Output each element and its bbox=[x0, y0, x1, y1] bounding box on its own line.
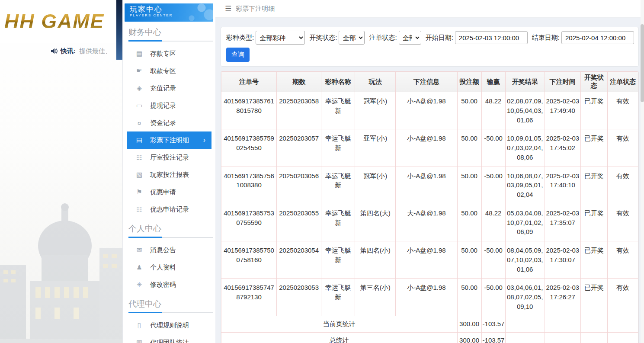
bell-icon: ✉ bbox=[135, 246, 143, 254]
cell-draw-result: 10,09,01,05,07,03,02,04,08,06 bbox=[505, 129, 545, 167]
table-header-row: 注单号 期数 彩种名称 玩法 下注信息 投注额 输赢 开奖结果 下注时间 开奖状… bbox=[221, 72, 638, 92]
cell-draw-result: 08,04,05,09,07,10,02,03,01,06 bbox=[505, 241, 545, 279]
cell-order-no: 401569173857618015780 bbox=[221, 92, 277, 129]
sidebar-item-label: 提现记录 bbox=[150, 102, 176, 110]
vertical-scrollbar bbox=[641, 0, 644, 343]
cell-play-type: 第三名(小) bbox=[355, 279, 396, 316]
cell-bet-info: 小-A盘@1.98 bbox=[396, 167, 457, 204]
total-summary-winloss: -103.57 bbox=[481, 332, 505, 343]
cell-lottery-name: 幸运飞艇新 bbox=[321, 204, 355, 241]
draw-status-label: 开奖状态: bbox=[309, 34, 337, 42]
cell-period: 20250203053 bbox=[277, 279, 321, 316]
sidebar-item-personal-profile[interactable]: ♟个人资料 bbox=[122, 259, 215, 276]
sidebar-item-label: 玩家投注报表 bbox=[150, 171, 189, 179]
sidebar-item-player-bet-report[interactable]: ▧玩家投注报表 bbox=[122, 166, 215, 183]
cell-lottery-name: 幸运飞艇新 bbox=[321, 167, 355, 204]
cell-bet-info: 小-A盘@1.98 bbox=[396, 241, 457, 279]
sidebar-item-agent-team-stats[interactable]: ▥代理团队统计 bbox=[122, 334, 215, 343]
cell-order-no: 401569173857561008380 bbox=[221, 167, 277, 204]
scrollbar-thumb[interactable] bbox=[641, 24, 644, 102]
cell-draw-status: 已开奖 bbox=[580, 204, 607, 241]
sidebar-item-deposit-zone[interactable]: ▤存款专区 bbox=[122, 45, 215, 62]
lottery-type-select[interactable]: 全部彩种 bbox=[256, 31, 305, 45]
col-order-no: 注单号 bbox=[221, 72, 277, 92]
wallet-icon: ▭ bbox=[135, 102, 143, 109]
bet-status-select[interactable]: 全部 bbox=[399, 31, 421, 45]
cell-play-type: 冠军(小) bbox=[355, 92, 396, 129]
cell-lottery-name: 幸运飞艇新 bbox=[321, 92, 355, 129]
search-button[interactable]: 查询 bbox=[226, 48, 250, 62]
col-play-type: 玩法 bbox=[355, 72, 396, 92]
cell-bet-info: 小-A盘@1.98 bbox=[396, 129, 457, 167]
sidebar-item-promo-apply[interactable]: ⚑优惠申请 bbox=[122, 183, 215, 201]
table-row: 40156917385750075816020250203054幸运飞艇新第四名… bbox=[221, 241, 638, 279]
players-center-title: 玩家中心 bbox=[130, 5, 213, 13]
document-icon: ▯ bbox=[135, 321, 143, 329]
cell-win-loss: 48.22 bbox=[481, 204, 505, 241]
cell-bet-amount: 50.00 bbox=[457, 279, 481, 316]
promo-flag-icon: ⚑ bbox=[135, 188, 143, 196]
bet-detail-table: 注单号 期数 彩种名称 玩法 下注信息 投注额 输赢 开奖结果 下注时间 开奖状… bbox=[221, 71, 638, 343]
players-center-subtitle: PLAYERS CENTER bbox=[130, 13, 213, 17]
funds-icon: ¤ bbox=[135, 119, 143, 127]
cell-draw-status: 已开奖 bbox=[580, 241, 607, 279]
promo-record-icon: ☷ bbox=[135, 205, 143, 213]
cell-lottery-name: 幸运飞艇新 bbox=[321, 129, 355, 167]
menu-toggle-icon[interactable]: ☰ bbox=[225, 4, 231, 13]
cell-draw-result: 03,04,06,01,08,07,02,05,09,10 bbox=[505, 279, 545, 316]
sidebar-item-recharge-record[interactable]: ◈充值记录 bbox=[122, 80, 215, 97]
total-summary-label: 总统计 bbox=[221, 332, 458, 343]
sidebar-item-agent-rules[interactable]: ▯代理规则说明 bbox=[122, 317, 215, 334]
col-lottery-name: 彩种名称 bbox=[321, 72, 355, 92]
sidebar-item-promo-apply-record[interactable]: ☷优惠申请记录 bbox=[122, 201, 215, 218]
table-row: 40156917385753075559020250203055幸运飞艇新第四名… bbox=[221, 204, 638, 241]
sidebar-item-label: 优惠申请 bbox=[150, 188, 176, 196]
sidebar-item-hall-bet-record[interactable]: ☷厅室投注记录 bbox=[122, 149, 215, 166]
cell-play-type: 亚军(小) bbox=[355, 129, 396, 167]
col-period: 期数 bbox=[277, 72, 321, 92]
cell-bet-info: 小-A盘@1.98 bbox=[396, 279, 457, 316]
cell-bet-info: 大-A盘@1.98 bbox=[396, 204, 457, 241]
cell-win-loss: -50.00 bbox=[481, 279, 505, 316]
cell-bet-time: 2025-02-03 17:35:07 bbox=[545, 204, 580, 241]
sidebar-item-change-password[interactable]: ✳修改密码 bbox=[122, 276, 215, 293]
cell-bet-amount: 50.00 bbox=[457, 241, 481, 279]
cell-period: 20250203055 bbox=[277, 204, 321, 241]
sidebar-item-withdraw-record[interactable]: ▭提现记录 bbox=[122, 97, 215, 114]
cell-bet-status: 有效 bbox=[607, 167, 638, 204]
bet-status-label: 注单状态: bbox=[369, 34, 397, 42]
cell-draw-status: 已开奖 bbox=[580, 279, 607, 316]
table-row: 40156917385759025455020250203057幸运飞艇新亚军(… bbox=[221, 129, 638, 167]
cell-draw-result: 10,06,08,07,03,09,05,01,02,04 bbox=[505, 167, 545, 204]
cell-bet-status: 有效 bbox=[607, 204, 638, 241]
section-underline bbox=[128, 312, 213, 313]
draw-status-select[interactable]: 全部 bbox=[339, 31, 365, 45]
cell-lottery-name: 幸运飞艇新 bbox=[321, 279, 355, 316]
sidebar-item-lottery-bet-detail[interactable]: ▤彩票下注明细› bbox=[127, 131, 211, 149]
section-underline bbox=[128, 41, 213, 42]
cell-play-type: 第四名(大) bbox=[355, 204, 396, 241]
sidebar-item-label: 个人资料 bbox=[150, 263, 176, 272]
sidebar-item-funds-record[interactable]: ¤资金记录 bbox=[122, 114, 215, 131]
sidebar-item-label: 代理规则说明 bbox=[150, 321, 189, 330]
cell-win-loss: -50.00 bbox=[481, 241, 505, 279]
table-row: 40156917385747879213020250203053幸运飞艇新第三名… bbox=[221, 279, 638, 316]
cell-lottery-name: 幸运飞艇新 bbox=[321, 241, 355, 279]
cell-bet-status: 有效 bbox=[607, 129, 638, 167]
end-date-input[interactable] bbox=[561, 31, 634, 44]
cell-order-no: 401569173857478792130 bbox=[221, 279, 277, 316]
start-date-input[interactable] bbox=[455, 31, 528, 44]
sidebar-item-label: 资金记录 bbox=[150, 119, 176, 127]
col-draw-status: 开奖状态 bbox=[580, 72, 607, 92]
cell-draw-result: 05,03,04,08,10,07,01,02,06,09 bbox=[505, 204, 545, 241]
page-summary-amount: 300.00 bbox=[457, 316, 481, 332]
sidebar-item-message-announcement[interactable]: ✉消息公告 bbox=[122, 241, 215, 259]
start-date-label: 开始日期: bbox=[426, 34, 453, 42]
page-summary-winloss: -103.57 bbox=[481, 316, 505, 332]
cell-bet-time: 2025-02-03 17:26:27 bbox=[545, 279, 580, 316]
sidebar-section-title: 财务中心 bbox=[122, 22, 215, 41]
sidebar: 玩家中心 PLAYERS CENTER 财务中心▤存款专区☛取款专区◈充值记录▭… bbox=[122, 0, 215, 343]
sidebar-item-label: 修改密码 bbox=[150, 281, 176, 289]
sidebar-item-withdraw-zone[interactable]: ☛取款专区 bbox=[122, 62, 215, 80]
cell-draw-status: 已开奖 bbox=[580, 92, 607, 129]
